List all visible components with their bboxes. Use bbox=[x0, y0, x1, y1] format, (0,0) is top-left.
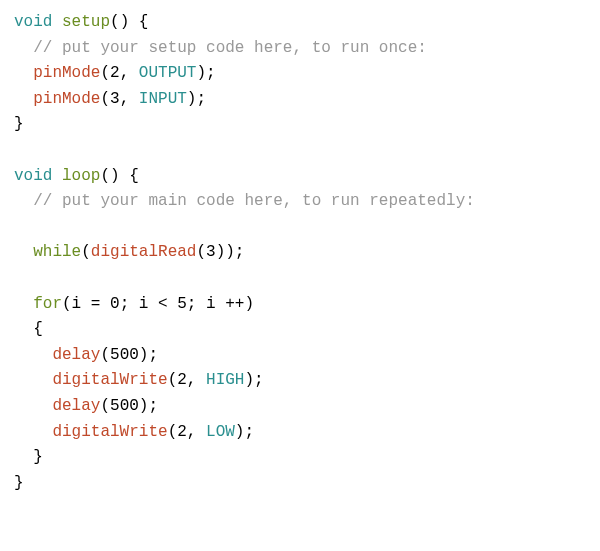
syntax: ( bbox=[100, 64, 110, 82]
syntax: ( bbox=[81, 243, 91, 261]
code-line: { bbox=[14, 320, 43, 338]
syntax: ( bbox=[100, 90, 110, 108]
syntax: , bbox=[120, 64, 139, 82]
brace-open: { bbox=[33, 320, 43, 338]
syntax: , bbox=[187, 423, 206, 441]
const-low: LOW bbox=[206, 423, 235, 441]
syntax: ( bbox=[168, 423, 178, 441]
code-line: void setup() { bbox=[14, 13, 148, 31]
code-line: // put your main code here, to run repea… bbox=[14, 192, 475, 210]
code-line: } bbox=[14, 115, 24, 133]
code-line: digitalWrite(2, HIGH); bbox=[14, 371, 264, 389]
brace-close: } bbox=[33, 448, 43, 466]
code-line: } bbox=[14, 474, 24, 492]
blank-line bbox=[14, 218, 24, 236]
syntax: () { bbox=[100, 167, 138, 185]
fn-digitalwrite: digitalWrite bbox=[52, 371, 167, 389]
const-input: INPUT bbox=[139, 90, 187, 108]
syntax: ); bbox=[196, 64, 215, 82]
fn-digitalread: digitalRead bbox=[91, 243, 197, 261]
syntax: ( bbox=[168, 371, 178, 389]
syntax: ); bbox=[244, 371, 263, 389]
syntax: , bbox=[120, 90, 139, 108]
literal: 2 bbox=[177, 371, 187, 389]
syntax: (500); bbox=[100, 346, 158, 364]
keyword-void: void bbox=[14, 167, 52, 185]
blank-line bbox=[14, 269, 24, 287]
fn-pinmode: pinMode bbox=[33, 64, 100, 82]
comment: // put your setup code here, to run once… bbox=[33, 39, 427, 57]
syntax: (500); bbox=[100, 397, 158, 415]
syntax: (3)); bbox=[196, 243, 244, 261]
fn-setup-decl: setup bbox=[62, 13, 110, 31]
syntax: , bbox=[187, 371, 206, 389]
syntax: (i = 0; i < 5; i ++) bbox=[62, 295, 254, 313]
code-line: // put your setup code here, to run once… bbox=[14, 39, 427, 57]
code-block: void setup() { // put your setup code he… bbox=[14, 10, 586, 496]
code-line: pinMode(3, INPUT); bbox=[14, 90, 206, 108]
code-line: digitalWrite(2, LOW); bbox=[14, 423, 254, 441]
fn-loop-decl: loop bbox=[62, 167, 100, 185]
const-output: OUTPUT bbox=[139, 64, 197, 82]
syntax: ); bbox=[235, 423, 254, 441]
code-line: delay(500); bbox=[14, 346, 158, 364]
code-line: pinMode(2, OUTPUT); bbox=[14, 64, 216, 82]
syntax: () { bbox=[110, 13, 148, 31]
literal: 3 bbox=[110, 90, 120, 108]
fn-pinmode: pinMode bbox=[33, 90, 100, 108]
code-line: while(digitalRead(3)); bbox=[14, 243, 244, 261]
keyword-for: for bbox=[33, 295, 62, 313]
code-line: void loop() { bbox=[14, 167, 139, 185]
literal: 2 bbox=[110, 64, 120, 82]
keyword-void: void bbox=[14, 13, 52, 31]
const-high: HIGH bbox=[206, 371, 244, 389]
code-line: } bbox=[14, 448, 43, 466]
code-line: delay(500); bbox=[14, 397, 158, 415]
syntax: ); bbox=[187, 90, 206, 108]
code-line: for(i = 0; i < 5; i ++) bbox=[14, 295, 254, 313]
literal: 2 bbox=[177, 423, 187, 441]
fn-delay: delay bbox=[52, 346, 100, 364]
keyword-while: while bbox=[33, 243, 81, 261]
fn-delay: delay bbox=[52, 397, 100, 415]
brace-close: } bbox=[14, 115, 24, 133]
blank-line bbox=[14, 141, 24, 159]
comment: // put your main code here, to run repea… bbox=[33, 192, 475, 210]
brace-close: } bbox=[14, 474, 24, 492]
fn-digitalwrite: digitalWrite bbox=[52, 423, 167, 441]
